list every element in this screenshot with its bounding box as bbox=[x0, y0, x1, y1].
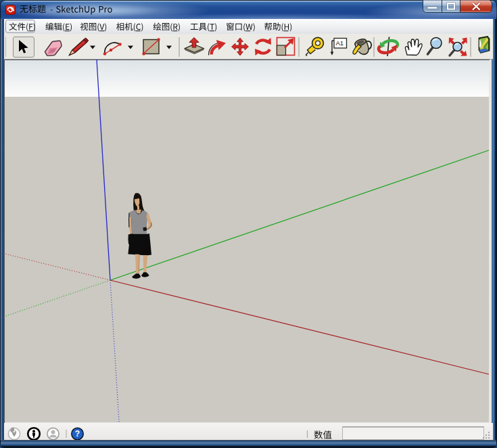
svg-text:A1: A1 bbox=[336, 39, 344, 47]
svg-text:?: ? bbox=[75, 429, 80, 439]
